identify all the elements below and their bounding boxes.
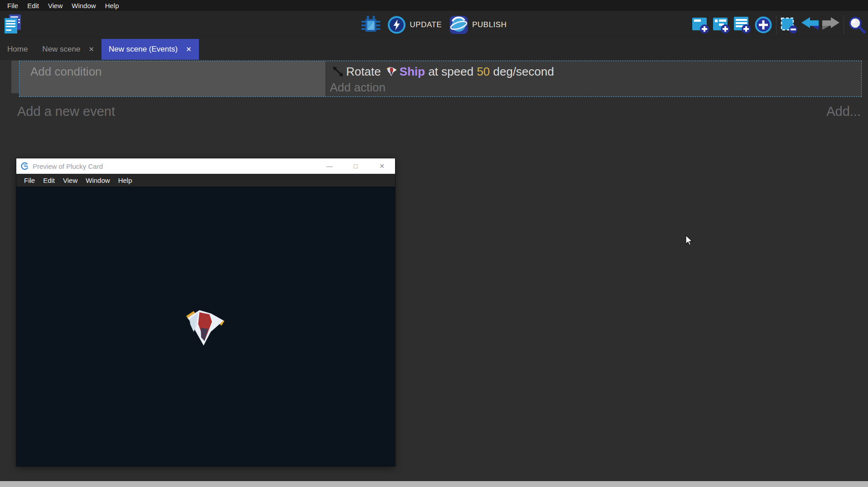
- update-label: UPDATE: [410, 20, 442, 29]
- action-text: at speed: [425, 65, 477, 79]
- rotate-arrows-icon: [332, 66, 344, 77]
- delete-selection-icon: [780, 16, 798, 34]
- close-icon[interactable]: ✕: [186, 45, 192, 53]
- window-controls: — □ ✕: [316, 158, 395, 174]
- add-condition-area[interactable]: Add condition: [19, 61, 325, 96]
- publish-button[interactable]: PUBLISH: [449, 15, 506, 34]
- preview-titlebar[interactable]: Preview of Plucky Card — □ ✕: [16, 158, 395, 174]
- add-event-icon: [692, 16, 709, 34]
- add-comment-button[interactable]: [732, 15, 753, 35]
- preview-title: Preview of Plucky Card: [33, 162, 103, 170]
- maximize-button[interactable]: □: [342, 158, 369, 174]
- mouse-cursor: [683, 234, 695, 247]
- add-action-area[interactable]: Add action: [330, 81, 861, 95]
- delete-selection-button[interactable]: [779, 15, 800, 35]
- action-object-name: Ship: [400, 65, 425, 79]
- close-icon[interactable]: ✕: [88, 45, 94, 53]
- tab-label: New scene (Events): [109, 45, 178, 54]
- toolbar-separator: [776, 15, 776, 34]
- tab-new-scene[interactable]: New scene ✕: [35, 39, 101, 60]
- main-toolbar: UPDATE PUBLISH: [0, 11, 868, 39]
- add-subevent-button[interactable]: [711, 15, 732, 35]
- add-condition-placeholder: Add condition: [30, 65, 102, 78]
- undo-icon: [800, 17, 820, 33]
- publish-label: PUBLISH: [472, 20, 506, 29]
- action-speed-value: 50: [477, 65, 490, 79]
- debug-icon: [362, 16, 381, 34]
- add-new-event-area[interactable]: Add a new event: [17, 104, 115, 119]
- preview-menu-edit[interactable]: Edit: [39, 177, 59, 184]
- project-manager-button[interactable]: [4, 14, 22, 36]
- add-event-row: Add a new event Add...: [11, 97, 862, 119]
- gdevelop-logo-icon: [21, 162, 29, 170]
- search-events-button[interactable]: [846, 15, 867, 35]
- tab-label: Home: [7, 45, 28, 54]
- preview-window[interactable]: Preview of Plucky Card — □ ✕ File Edit V…: [16, 158, 395, 466]
- redo-icon: [821, 17, 840, 33]
- ship-sprite: [185, 307, 227, 349]
- action-text: deg/second: [490, 65, 554, 79]
- menu-item-window[interactable]: Window: [67, 2, 100, 10]
- redo-button[interactable]: [820, 15, 841, 35]
- bottom-bar: [0, 481, 868, 487]
- tab-label: New scene: [42, 45, 80, 54]
- action-text: Rotate: [346, 65, 384, 79]
- project-manager-icon: [4, 14, 22, 34]
- preview-menu-view[interactable]: View: [59, 177, 82, 184]
- add-circle-icon: [754, 16, 772, 34]
- add-event-button[interactable]: [690, 15, 711, 35]
- add-subevent-icon: [713, 16, 730, 34]
- ship-thumbnail-icon: [386, 66, 397, 77]
- planet-sphere-icon: [449, 15, 468, 34]
- tab-bar: Home New scene ✕ New scene (Events) ✕: [0, 39, 868, 60]
- debug-button[interactable]: [362, 16, 381, 34]
- selected-event[interactable]: Add condition Rotate Ship at speed 50: [19, 61, 862, 97]
- add-more-button[interactable]: Add...: [826, 104, 861, 119]
- preview-game-view[interactable]: [16, 186, 395, 466]
- add-comment-icon: [734, 16, 751, 34]
- menu-bar: File Edit View Window Help: [0, 0, 868, 11]
- menu-item-view[interactable]: View: [43, 2, 67, 10]
- preview-menu-window[interactable]: Window: [82, 177, 114, 184]
- minimize-button[interactable]: —: [316, 158, 342, 174]
- preview-menu-bar: File Edit View Window Help: [16, 174, 395, 186]
- menu-item-help[interactable]: Help: [101, 2, 124, 10]
- actions-column: Rotate Ship at speed 50 deg/second Add a…: [325, 61, 861, 96]
- events-sheet: Add condition Rotate Ship at speed 50: [0, 60, 868, 119]
- menu-item-edit[interactable]: Edit: [23, 2, 43, 10]
- add-new-button[interactable]: [753, 15, 774, 35]
- preview-menu-file[interactable]: File: [20, 177, 39, 184]
- lightning-circle-icon: [388, 16, 406, 34]
- preview-menu-help[interactable]: Help: [114, 177, 136, 184]
- toolbar-separator: [844, 15, 844, 34]
- action-rotate-ship[interactable]: Rotate Ship at speed 50 deg/second: [330, 63, 861, 80]
- tab-new-scene-events[interactable]: New scene (Events) ✕: [101, 39, 199, 60]
- close-button[interactable]: ✕: [369, 158, 395, 174]
- event-row[interactable]: Add condition Rotate Ship at speed 50: [11, 61, 862, 97]
- undo-button[interactable]: [800, 15, 820, 35]
- menu-item-file[interactable]: File: [3, 2, 23, 10]
- event-drag-handle[interactable]: [11, 61, 19, 93]
- tab-home[interactable]: Home: [0, 39, 35, 60]
- search-icon: [848, 16, 866, 34]
- update-button[interactable]: UPDATE: [388, 16, 442, 34]
